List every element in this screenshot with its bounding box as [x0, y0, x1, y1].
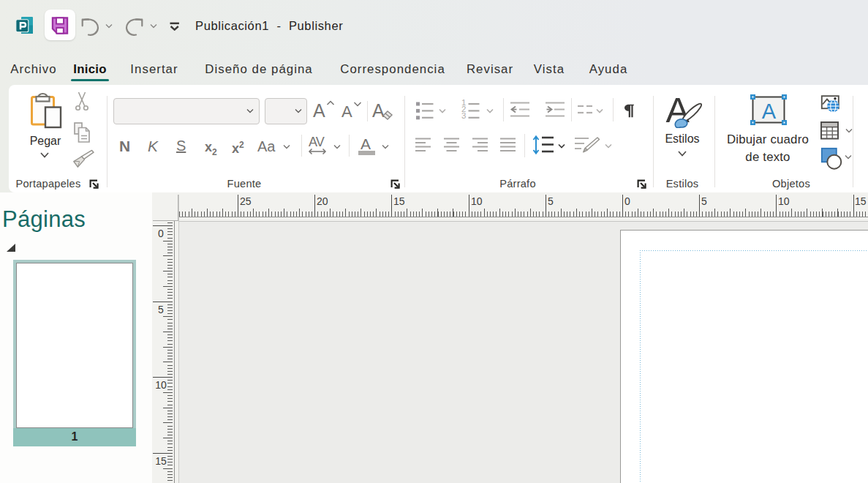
svg-text:A: A [762, 100, 777, 123]
